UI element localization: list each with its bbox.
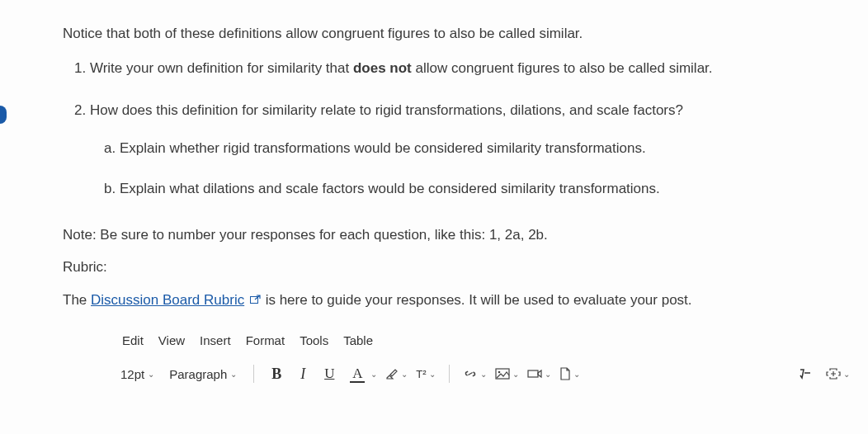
rubric-after: is here to guide your responses. It will… [266,292,692,308]
editor-toolbar: 12pt ⌄ Paragraph ⌄ B I U A ⌄ ⌄ T² ⌄ [116,364,851,384]
toolbar-right-group: ⌄ [795,364,851,384]
menu-edit[interactable]: Edit [122,333,144,347]
underline-button[interactable]: U [318,364,340,384]
menu-tools[interactable]: Tools [300,333,328,347]
q1-bold-text: does not [353,60,412,76]
block-format-dropdown[interactable]: Paragraph ⌄ [164,366,242,383]
highlight-icon [385,367,399,380]
toolbar-divider [253,365,254,383]
chevron-down-icon: ⌄ [573,370,580,379]
rubric-paragraph: The Discussion Board Rubric is here to g… [63,290,805,311]
math-icon [799,367,812,380]
chevron-down-icon: ⌄ [480,370,487,379]
embed-icon [826,368,841,380]
math-button[interactable] [795,364,816,384]
chevron-down-icon: ⌄ [512,370,519,379]
menu-insert[interactable]: Insert [200,333,231,347]
document-content: Notice that both of these definitions al… [0,0,868,310]
question-2a: a. Explain whether rigid transformations… [63,138,805,159]
block-format-value: Paragraph [169,367,227,381]
image-icon [495,368,510,380]
chevron-down-icon: ⌄ [370,370,377,379]
text-color-dropdown[interactable]: A ⌄ [345,364,379,384]
media-dropdown[interactable]: ⌄ [526,368,553,380]
question-2b: b. Explain what dilations and scale fact… [63,178,805,200]
q1-text-before: Write your own definition for similarity… [90,60,353,76]
chevron-down-icon: ⌄ [230,370,237,379]
question-1: 1. Write your own definition for similar… [63,58,805,79]
menu-format[interactable]: Format [246,333,285,347]
font-size-dropdown[interactable]: 12pt ⌄ [116,366,159,383]
svg-point-2 [498,371,500,374]
link-dropdown[interactable]: ⌄ [461,368,488,380]
menu-view[interactable]: View [158,333,185,347]
font-size-value: 12pt [120,367,144,381]
chevron-down-icon: ⌄ [401,370,408,379]
q1-text-after: allow congruent figures to also be calle… [412,60,713,76]
rubric-label: Rubric: [63,257,805,278]
rubric-link[interactable]: Discussion Board Rubric [91,292,244,308]
document-icon [559,367,571,380]
document-dropdown[interactable]: ⌄ [558,367,582,380]
image-dropdown[interactable]: ⌄ [493,368,521,380]
bold-button[interactable]: B [266,364,287,384]
highlight-color-dropdown[interactable]: ⌄ [384,367,409,380]
menu-table[interactable]: Table [343,333,373,347]
chevron-down-icon: ⌄ [148,370,154,379]
text-color-icon: A [347,364,368,384]
text-color-letter: A [352,366,362,382]
superscript-dropdown[interactable]: T² ⌄ [414,368,436,380]
external-link-icon [250,290,262,300]
note-paragraph: Note: Be sure to number your responses f… [63,224,805,246]
editor-toolbar-container: Edit View Insert Format Tools Table 12pt… [0,333,868,384]
superscript-icon: T² [416,368,426,380]
rubric-before: The [63,292,91,308]
link-icon [463,368,478,380]
intro-paragraph: Notice that both of these definitions al… [63,23,805,45]
chevron-down-icon: ⌄ [429,370,436,379]
chevron-down-icon: ⌄ [545,370,551,379]
media-icon [527,368,542,380]
italic-button[interactable]: I [292,364,314,384]
chevron-down-icon: ⌄ [843,370,850,379]
question-2: 2. How does this definition for similari… [63,100,805,121]
toolbar-divider [449,365,450,383]
embed-dropdown[interactable]: ⌄ [824,368,851,380]
editor-menu-bar: Edit View Insert Format Tools Table [116,333,851,347]
q1-number: 1. [74,60,90,76]
svg-rect-3 [528,370,538,377]
